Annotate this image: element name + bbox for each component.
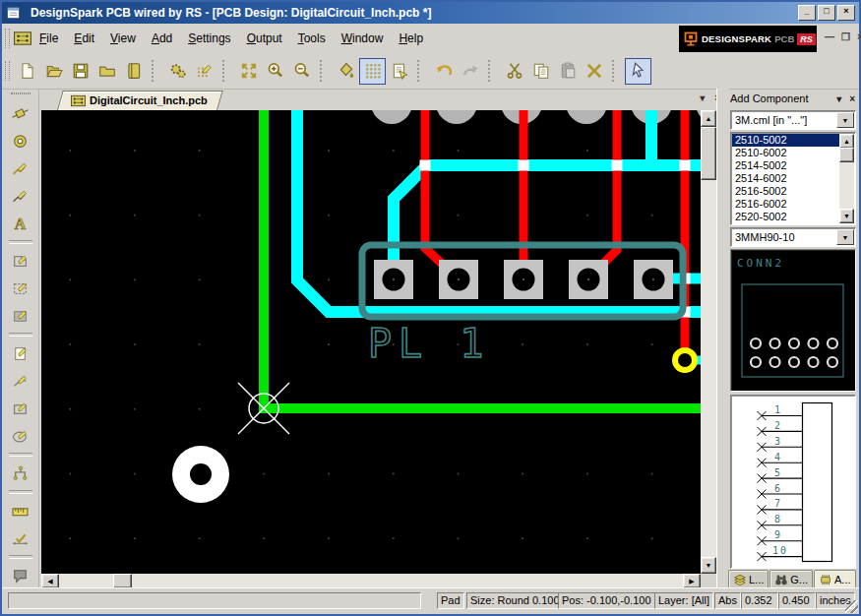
component-list-item[interactable]: 2516-6002	[732, 198, 839, 211]
add-shape-button[interactable]	[7, 248, 34, 274]
copper-pour-icon	[12, 280, 29, 297]
copy-button[interactable]	[527, 58, 554, 85]
dimension-button[interactable]	[7, 525, 34, 551]
scroll-up-button[interactable]: ▲	[701, 110, 716, 127]
list-scroll-thumb[interactable]	[839, 148, 854, 162]
zoom-fit-button[interactable]	[235, 58, 262, 85]
zoom-out-button[interactable]	[288, 58, 315, 85]
folder-button[interactable]	[93, 58, 120, 85]
via	[675, 350, 695, 370]
tab-layers[interactable]: L...	[728, 570, 769, 588]
delete-button[interactable]	[581, 58, 607, 85]
zoom-in-button[interactable]	[262, 58, 288, 85]
callout-button[interactable]	[7, 563, 34, 588]
menu-window[interactable]: Window	[334, 28, 392, 49]
add-rectangle-button[interactable]	[7, 396, 34, 421]
horizontal-scrollbar[interactable]: ◀ ▶	[41, 574, 701, 588]
toolbar-grip[interactable]	[5, 61, 10, 81]
add-board-outline-button[interactable]	[7, 340, 34, 366]
tab-add-component[interactable]: A...	[814, 570, 856, 588]
add-track-button[interactable]	[7, 155, 34, 181]
scroll-up-button[interactable]: ▲	[839, 134, 854, 149]
maximize-button[interactable]: □	[818, 5, 835, 21]
menu-help[interactable]: Help	[391, 28, 431, 49]
add-filled-shape-button[interactable]	[7, 303, 34, 329]
minimize-button[interactable]: _	[798, 5, 816, 21]
vertical-scroll-thumb[interactable]	[701, 127, 716, 180]
mdi-minimize-button[interactable]: —	[825, 31, 834, 42]
footprint-combo[interactable]: 3MMH90-10 ▼	[730, 227, 856, 247]
component-ref-label: PL 1	[368, 321, 490, 366]
close-button[interactable]: ×	[837, 5, 855, 21]
grid-settings-button[interactable]	[191, 58, 217, 85]
menu-output[interactable]: Output	[239, 28, 290, 49]
component-list-scrollbar[interactable]: ▲ ▼	[839, 134, 854, 223]
open-button[interactable]	[40, 58, 67, 85]
library-combo[interactable]: 3M.cml [in "..."] ▼	[730, 110, 856, 130]
menu-add[interactable]: Add	[144, 28, 180, 49]
red-track-3	[588, 110, 617, 278]
menu-settings[interactable]: Settings	[180, 28, 238, 49]
add-line-button[interactable]	[7, 368, 34, 394]
vertical-scrollbar[interactable]: ▲ ▼	[701, 110, 716, 574]
connection-icon	[12, 188, 29, 205]
document-tab-strip: DigitalCircuit_Inch.pcb ▾ ×	[41, 89, 728, 111]
cut-button[interactable]	[501, 58, 527, 85]
design-technology-button[interactable]	[164, 58, 191, 85]
measure-button[interactable]	[7, 498, 34, 524]
component-list-item[interactable]: 2520-5002	[732, 211, 839, 223]
add-text-button[interactable]: A	[7, 211, 34, 236]
scroll-right-button[interactable]: ▶	[683, 574, 701, 588]
tab-menu-icon[interactable]: ▾	[700, 92, 705, 103]
autoroute-button[interactable]	[7, 461, 34, 486]
svg-text:10: 10	[772, 545, 788, 556]
panel-close-icon[interactable]: ×	[849, 93, 855, 104]
menu-tools[interactable]: Tools	[290, 28, 334, 49]
panel-menu-icon[interactable]: ▾	[836, 93, 841, 104]
colors-button[interactable]	[333, 58, 359, 85]
new-button[interactable]	[14, 58, 40, 85]
component-list-item[interactable]: 2514-6002	[732, 172, 839, 185]
add-pad-button[interactable]	[7, 128, 34, 154]
component-list-item[interactable]: 2516-5002	[732, 185, 839, 198]
undo-button[interactable]	[430, 58, 457, 85]
save-icon	[72, 62, 90, 80]
paste-button[interactable]	[554, 58, 581, 85]
mdi-restore-button[interactable]: ❐	[841, 31, 850, 42]
drawing-toolbar-grip[interactable]	[11, 92, 31, 94]
menu-edit[interactable]: Edit	[66, 28, 102, 49]
add-connection-button[interactable]	[7, 183, 34, 209]
menu-grip[interactable]	[5, 29, 10, 48]
chevron-down-icon[interactable]: ▼	[836, 112, 854, 128]
add-component-button[interactable]	[7, 100, 34, 126]
tab-goto[interactable]: G...	[769, 570, 813, 588]
add-ellipse-button[interactable]	[7, 423, 34, 449]
component-list-item[interactable]: 2510-5002	[732, 134, 839, 147]
grid-toggle-button[interactable]	[359, 58, 386, 85]
redo-button[interactable]	[457, 58, 483, 85]
select-button[interactable]	[625, 58, 651, 85]
component-list-item[interactable]: 2514-5002	[732, 159, 839, 172]
component-list[interactable]: 2510-50022510-60022514-50022514-60022516…	[730, 132, 856, 225]
design-report-button[interactable]	[386, 58, 412, 85]
library-button[interactable]	[120, 58, 147, 85]
scroll-left-button[interactable]: ◀	[41, 574, 59, 588]
resize-grip[interactable]	[845, 600, 858, 613]
add-copper-pour-button[interactable]	[7, 276, 34, 301]
text-icon: A	[12, 216, 29, 232]
menu-file[interactable]: File	[31, 28, 66, 49]
pcb-canvas[interactable]: PL 1	[41, 110, 701, 574]
horizontal-scroll-thumb[interactable]	[113, 574, 132, 588]
menu-view[interactable]: View	[102, 28, 144, 49]
scroll-down-button[interactable]: ▼	[701, 557, 716, 574]
pcb-doc-icon	[71, 93, 86, 108]
svg-text:8: 8	[774, 514, 782, 524]
mdi-close-button[interactable]: ×	[857, 31, 861, 42]
document-tab[interactable]: DigitalCircuit_Inch.pcb	[57, 91, 217, 110]
component-list-item[interactable]: 2510-6002	[732, 147, 839, 159]
title-bar: DesignSpark PCB wired by RS - [PCB Desig…	[2, 2, 859, 24]
scroll-down-button[interactable]: ▼	[839, 209, 854, 223]
save-button[interactable]	[67, 58, 93, 85]
chevron-down-icon[interactable]: ▼	[836, 229, 854, 245]
panel-tab-bar: L...G...A...	[728, 570, 856, 588]
